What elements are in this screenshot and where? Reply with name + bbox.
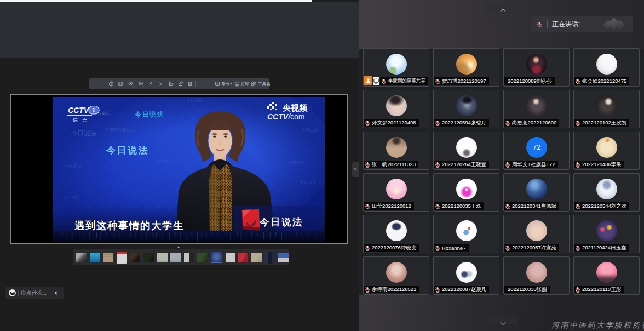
svg-text:中国中央电视台: 中国中央电视台 [105,128,134,132]
svg-text:CCTV/com: CCTV/com [267,112,304,121]
svg-text:今日说法: 今日说法 [106,145,149,156]
svg-text:今日说法: 今日说法 [123,175,139,179]
svg-text:今日说法: 今日说法 [71,130,96,136]
svg-text:今日说法: 今日说法 [302,128,318,132]
svg-text:今日说法: 今日说法 [187,98,203,102]
svg-text:今日说法: 今日说法 [64,195,80,199]
svg-text:今日说法: 今日说法 [300,180,317,185]
svg-text:今日说法: 今日说法 [259,216,303,227]
svg-text:今日说法: 今日说法 [288,161,304,165]
svg-text:今日说法: 今日说法 [64,163,82,168]
svg-text:今日说法: 今日说法 [134,111,164,118]
svg-text:遇到这种事情的大学生: 遇到这种事情的大学生 [74,220,184,231]
svg-text:CCTV: CCTV [68,106,90,115]
svg-text:央视频: 央视频 [282,103,308,112]
svg-text:综合: 综合 [73,117,92,123]
svg-text:今日说法: 今日说法 [157,159,173,164]
svg-text:1: 1 [92,107,95,113]
